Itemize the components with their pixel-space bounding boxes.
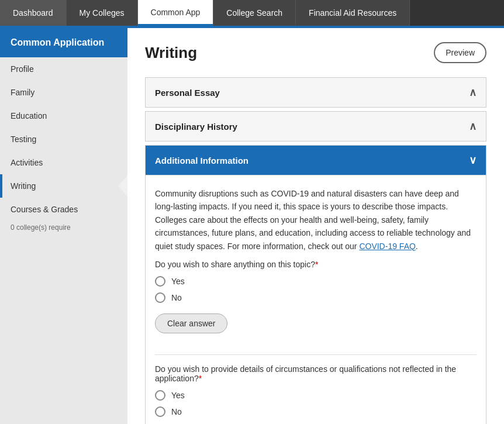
additional-info-description: Community disruptions such as COVID-19 a… xyxy=(155,187,477,253)
nav-tab-financial-aid[interactable]: Financial Aid Resources xyxy=(296,0,410,26)
top-nav: Dashboard My Colleges Common App College… xyxy=(0,0,504,28)
sidebar-item-courses-grades-sub: 0 college(s) require xyxy=(0,221,127,237)
sidebar-item-profile[interactable]: Profile xyxy=(0,57,127,81)
personal-essay-section: Personal Essay ∧ xyxy=(145,77,486,108)
additional-info-header[interactable]: Additional Information ∨ xyxy=(146,146,486,175)
question2-yes-label: Yes xyxy=(171,391,185,400)
question2-yes-option[interactable]: Yes xyxy=(155,390,477,401)
preview-button[interactable]: Preview xyxy=(434,42,486,63)
question1-yes-label: Yes xyxy=(171,277,185,286)
nav-tab-college-search[interactable]: College Search xyxy=(213,0,296,26)
additional-info-section: Additional Information ∨ Community disru… xyxy=(145,145,486,424)
nav-tab-dashboard[interactable]: Dashboard xyxy=(0,0,67,26)
question1-label: Do you wish to share anything on this to… xyxy=(155,260,477,269)
page-title: Writing xyxy=(145,44,197,62)
sidebar: Common Application Profile Family Educat… xyxy=(0,28,127,424)
page-title-row: Writing Preview xyxy=(145,42,486,63)
active-indicator xyxy=(0,174,2,198)
question2-no-option[interactable]: No xyxy=(155,406,477,417)
sidebar-item-courses-grades[interactable]: Courses & Grades xyxy=(0,198,127,221)
question2-container: Do you wish to provide details of circum… xyxy=(155,364,477,417)
question1-yes-option[interactable]: Yes xyxy=(155,276,477,287)
nav-tab-my-colleges[interactable]: My Colleges xyxy=(67,0,138,26)
additional-info-chevron: ∨ xyxy=(469,154,477,167)
question1-container: Do you wish to share anything on this to… xyxy=(155,260,477,345)
sidebar-item-education[interactable]: Education xyxy=(0,104,127,127)
question1-no-radio[interactable] xyxy=(155,292,165,303)
question2-label: Do you wish to provide details of circum… xyxy=(155,364,477,383)
main-content: Writing Preview Personal Essay ∧ Discipl… xyxy=(127,28,504,424)
disciplinary-history-header[interactable]: Disciplinary History ∧ xyxy=(146,112,486,141)
additional-info-content: Community disruptions such as COVID-19 a… xyxy=(146,175,486,424)
question2-yes-radio[interactable] xyxy=(155,390,165,401)
disciplinary-history-chevron: ∧ xyxy=(469,120,477,133)
sidebar-header: Common Application xyxy=(0,28,127,57)
disciplinary-history-section: Disciplinary History ∧ xyxy=(145,111,486,142)
personal-essay-header[interactable]: Personal Essay ∧ xyxy=(146,78,486,107)
question1-yes-radio[interactable] xyxy=(155,276,165,287)
sidebar-item-writing[interactable]: Writing xyxy=(0,174,127,198)
main-layout: Common Application Profile Family Educat… xyxy=(0,28,504,424)
sidebar-item-testing[interactable]: Testing xyxy=(0,127,127,151)
covid-faq-link[interactable]: COVID-19 FAQ xyxy=(359,242,415,251)
question1-no-option[interactable]: No xyxy=(155,292,477,303)
sidebar-item-family[interactable]: Family xyxy=(0,81,127,104)
question2-no-radio[interactable] xyxy=(155,406,165,417)
sidebar-item-activities[interactable]: Activities xyxy=(0,151,127,174)
question2-no-label: No xyxy=(171,407,182,416)
divider xyxy=(155,354,477,355)
question1-no-label: No xyxy=(171,293,182,302)
nav-tab-common-app[interactable]: Common App xyxy=(138,0,214,26)
personal-essay-chevron: ∧ xyxy=(469,86,477,99)
clear-answer-button[interactable]: Clear answer xyxy=(155,313,227,333)
